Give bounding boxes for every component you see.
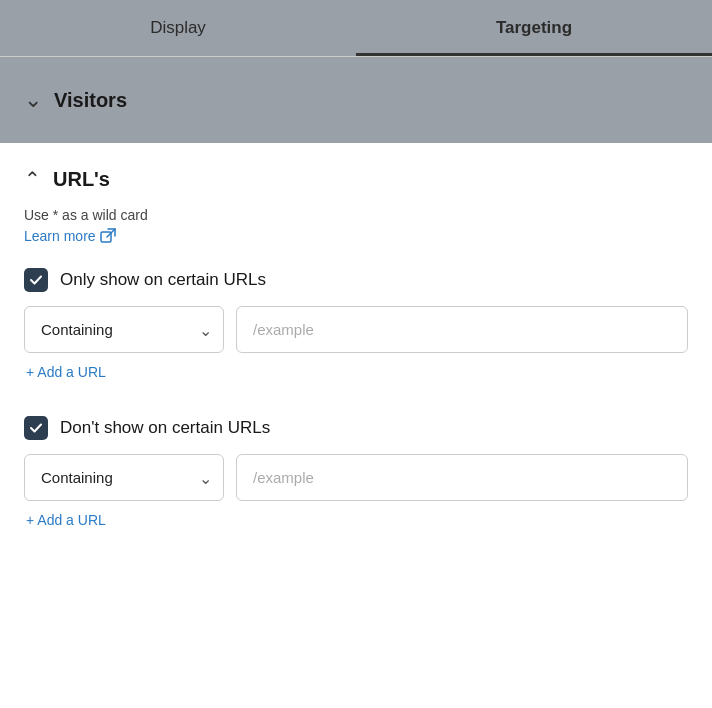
show-urls-filter-row: Containing Exactly Starting with Ending … xyxy=(24,306,688,353)
external-link-icon xyxy=(100,228,116,244)
show-urls-checkbox-row: Only show on certain URLs xyxy=(24,268,688,292)
show-urls-dropdown[interactable]: Containing Exactly Starting with Ending … xyxy=(24,306,224,353)
show-urls-checkbox[interactable] xyxy=(24,268,48,292)
hide-urls-add-link[interactable]: + Add a URL xyxy=(26,512,106,528)
hide-urls-dropdown[interactable]: Containing Exactly Starting with Ending … xyxy=(24,454,224,501)
tab-display[interactable]: Display xyxy=(0,0,356,56)
urls-expand-icon[interactable]: ⌃ xyxy=(24,167,41,191)
hide-urls-section: Don't show on certain URLs Containing Ex… xyxy=(24,416,688,556)
hide-urls-input[interactable] xyxy=(236,454,688,501)
tabs-container: Display Targeting xyxy=(0,0,712,57)
wildcard-hint: Use * as a wild card xyxy=(24,207,688,223)
visitors-section: ⌄ Visitors xyxy=(0,57,712,143)
urls-section-header: ⌃ URL's xyxy=(24,167,688,191)
hide-urls-checkbox-row: Don't show on certain URLs xyxy=(24,416,688,440)
urls-title: URL's xyxy=(53,168,110,191)
show-urls-label: Only show on certain URLs xyxy=(60,270,266,290)
visitors-title: Visitors xyxy=(54,89,127,112)
hide-urls-checkbox[interactable] xyxy=(24,416,48,440)
show-urls-select-wrapper: Containing Exactly Starting with Ending … xyxy=(24,306,224,353)
learn-more-link[interactable]: Learn more xyxy=(24,228,116,244)
show-urls-input[interactable] xyxy=(236,306,688,353)
hide-urls-filter-row: Containing Exactly Starting with Ending … xyxy=(24,454,688,501)
hide-urls-label: Don't show on certain URLs xyxy=(60,418,270,438)
tab-targeting[interactable]: Targeting xyxy=(356,0,712,56)
hide-urls-select-wrapper: Containing Exactly Starting with Ending … xyxy=(24,454,224,501)
content-area: ⌃ URL's Use * as a wild card Learn more … xyxy=(0,143,712,580)
visitors-collapse-icon[interactable]: ⌄ xyxy=(24,87,42,113)
show-urls-add-link[interactable]: + Add a URL xyxy=(26,364,106,380)
